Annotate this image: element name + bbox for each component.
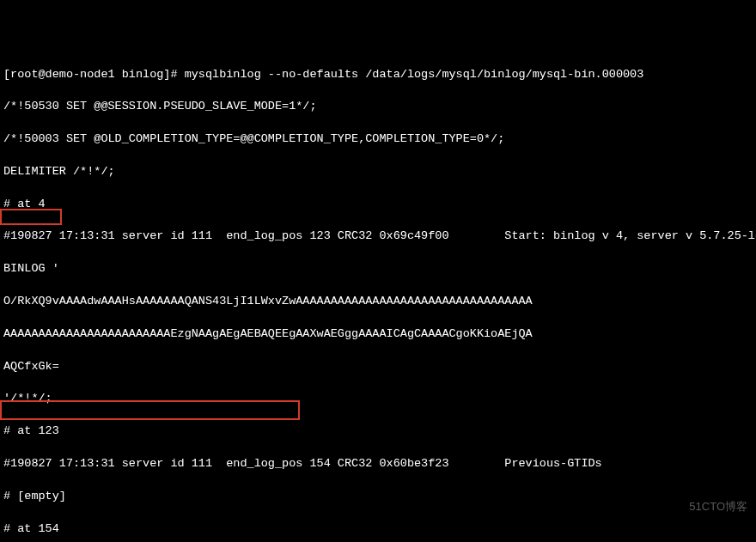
terminal-output-line: AQCfxGk=	[3, 359, 753, 375]
terminal-output-line: # at 123	[3, 423, 753, 440]
terminal-output-line: DELIMITER /*!*/;	[3, 164, 753, 180]
terminal-output-line: # at 154	[3, 521, 753, 538]
terminal-output-line: BINLOG '	[3, 261, 753, 277]
terminal-output-line: # [empty]	[3, 489, 753, 505]
terminal-output-line: /*!50003 SET @OLD_COMPLETION_TYPE=@@COMP…	[3, 131, 753, 148]
terminal-output-line: O/RkXQ9vAAAAdwAAAHsAAAAAAAQANS43LjI1LWxv…	[3, 294, 753, 310]
terminal-output-line: /*!50530 SET @@SESSION.PSEUDO_SLAVE_MODE…	[3, 99, 753, 115]
terminal-output-line: AAAAAAAAAAAAAAAAAAAAAAAAEzgNAAgAEgAEBAQE…	[3, 326, 753, 343]
terminal-output-line: #190827 17:13:31 server id 111 end_log_p…	[3, 228, 753, 245]
terminal-output-line: '/*!*/;	[3, 391, 753, 407]
watermark-text: 51CTO博客	[689, 499, 747, 515]
terminal-output-line: # at 4	[3, 197, 753, 213]
terminal-output-line: #190827 17:13:31 server id 111 end_log_p…	[3, 456, 753, 472]
terminal-prompt-line: [root@demo-node1 binlog]# mysqlbinlog --…	[3, 67, 753, 83]
